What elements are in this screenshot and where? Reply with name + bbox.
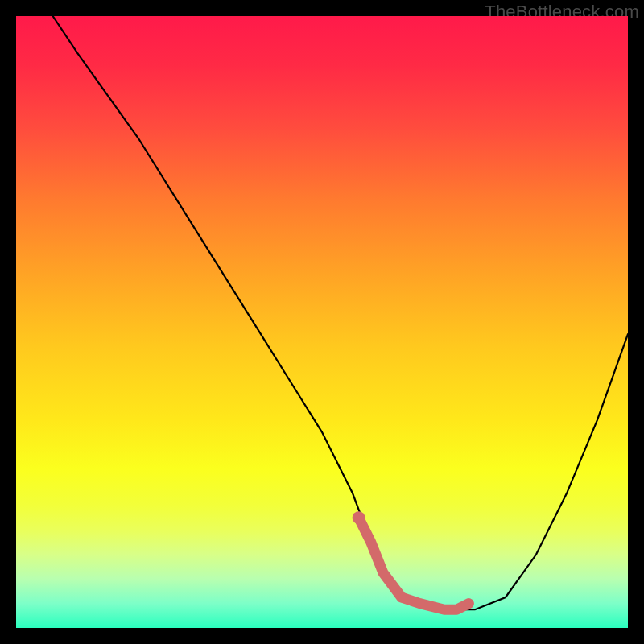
bottleneck-curve: [53, 16, 628, 609]
plot-area: [16, 16, 628, 628]
chart-frame: TheBottleneck.com: [0, 0, 644, 644]
highlight-segment: [359, 518, 469, 609]
highlight-dot-icon: [353, 511, 365, 524]
chart-svg: [16, 16, 628, 628]
